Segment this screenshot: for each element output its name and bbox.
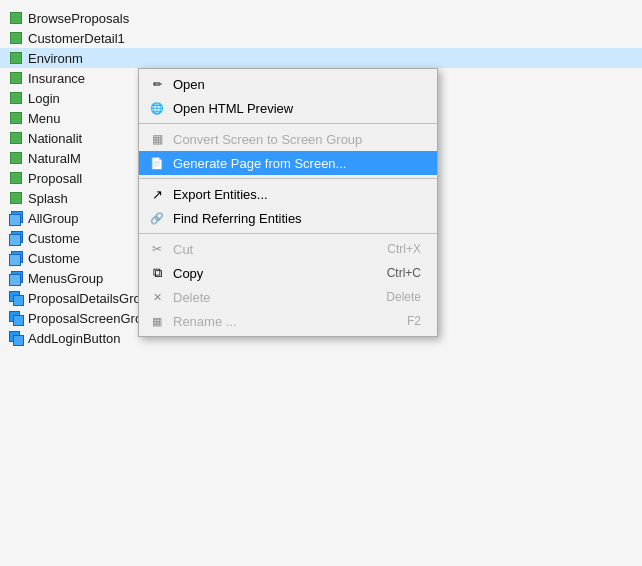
ctx-open[interactable]: Open: [139, 72, 437, 96]
green-square-icon: [8, 190, 24, 206]
ctx-generate[interactable]: Generate Page from Screen...: [139, 151, 437, 175]
page-icon: [147, 155, 167, 171]
rename-icon: [147, 313, 167, 329]
cut-icon: [147, 241, 167, 257]
item-label: Insurance: [28, 71, 85, 86]
item-label: NaturalM: [28, 151, 81, 166]
blue-double-icon: [8, 210, 24, 226]
item-label: Menu: [28, 111, 61, 126]
ctx-delete-label: Delete: [173, 290, 356, 305]
green-square-icon: [8, 170, 24, 186]
blue-double-icon: [8, 270, 24, 286]
blue-group-icon: [8, 330, 24, 346]
ctx-export-label: Export Entities...: [173, 187, 421, 202]
ctx-export[interactable]: Export Entities...: [139, 182, 437, 206]
export-icon: [147, 186, 167, 202]
ctx-delete: Delete Delete: [139, 285, 437, 309]
blue-double-icon: [8, 250, 24, 266]
item-label: CustomerDetail1: [28, 31, 125, 46]
item-label: BrowseProposals: [28, 11, 129, 26]
item-label: Login: [28, 91, 60, 106]
ctx-separator: [139, 178, 437, 179]
ctx-copy-label: Copy: [173, 266, 357, 281]
ctx-rename-shortcut: F2: [407, 314, 421, 328]
item-label: MenusGroup: [28, 271, 103, 286]
green-square-icon: [8, 90, 24, 106]
ctx-convert: Convert Screen to Screen Group: [139, 127, 437, 151]
tree-item[interactable]: CustomerDetail1: [0, 28, 642, 48]
ctx-separator: [139, 123, 437, 124]
ctx-rename: Rename ... F2: [139, 309, 437, 333]
screen-icon: [147, 131, 167, 147]
item-label: Custome: [28, 251, 80, 266]
ctx-convert-label: Convert Screen to Screen Group: [173, 132, 421, 147]
item-label: Splash: [28, 191, 68, 206]
ctx-delete-shortcut: Delete: [386, 290, 421, 304]
blue-group-icon: [8, 310, 24, 326]
delete-icon: [147, 289, 167, 305]
green-square-icon: [8, 130, 24, 146]
ctx-cut-label: Cut: [173, 242, 357, 257]
item-label: AddLoginButton: [28, 331, 121, 346]
find-icon: [147, 210, 167, 226]
green-square-icon: [8, 30, 24, 46]
tree-item-environment[interactable]: Environm: [0, 48, 642, 68]
ctx-rename-label: Rename ...: [173, 314, 377, 329]
tree-item[interactable]: BrowseProposals: [0, 8, 642, 28]
blue-group-icon: [8, 290, 24, 306]
context-menu: Open Open HTML Preview Convert Screen to…: [138, 68, 438, 337]
ctx-open-html-label: Open HTML Preview: [173, 101, 421, 116]
pencil-icon: [147, 76, 167, 92]
item-label: ProposalDetailsGroup: [28, 291, 155, 306]
ctx-cut: Cut Ctrl+X: [139, 237, 437, 261]
green-square-icon: [8, 70, 24, 86]
ctx-copy[interactable]: Copy Ctrl+C: [139, 261, 437, 285]
item-label: Environm: [28, 51, 83, 66]
item-label: Custome: [28, 231, 80, 246]
ctx-generate-label: Generate Page from Screen...: [173, 156, 421, 171]
ctx-copy-shortcut: Ctrl+C: [387, 266, 421, 280]
ctx-separator: [139, 233, 437, 234]
green-square-icon: [8, 110, 24, 126]
ctx-cut-shortcut: Ctrl+X: [387, 242, 421, 256]
ctx-open-label: Open: [173, 77, 421, 92]
green-square-icon: [8, 50, 24, 66]
ctx-find-label: Find Referring Entities: [173, 211, 421, 226]
item-label: Nationalit: [28, 131, 82, 146]
globe-icon: [147, 100, 167, 116]
green-square-icon: [8, 150, 24, 166]
ctx-open-html[interactable]: Open HTML Preview: [139, 96, 437, 120]
copy-icon: [147, 265, 167, 281]
blue-double-icon: [8, 230, 24, 246]
item-label: AllGroup: [28, 211, 79, 226]
ctx-find[interactable]: Find Referring Entities: [139, 206, 437, 230]
green-square-icon: [8, 10, 24, 26]
item-label: Proposall: [28, 171, 82, 186]
main-panel: BrowseProposals CustomerDetail1 Environm…: [0, 0, 642, 566]
